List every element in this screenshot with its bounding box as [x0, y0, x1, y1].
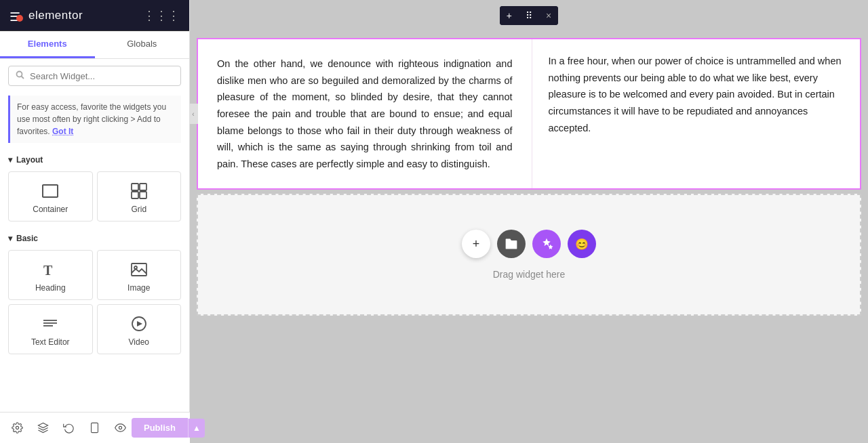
widget-container[interactable]: Container: [8, 171, 93, 222]
svg-point-0: [17, 72, 22, 77]
drop-zone-label: Drag widget here: [493, 269, 566, 280]
publish-area: Publish ▲: [132, 418, 205, 438]
layout-section-label: Layout: [16, 155, 43, 165]
toolbar-icons: [5, 417, 132, 440]
svg-point-21: [119, 426, 121, 429]
heading-icon: T: [41, 260, 60, 279]
tab-globals[interactable]: Globals: [95, 31, 190, 58]
grid-icon[interactable]: ⋮⋮⋮: [143, 8, 180, 23]
section-layout-header[interactable]: ▾ Layout: [0, 148, 189, 169]
publish-button[interactable]: Publish: [132, 418, 188, 438]
section-drop-zone[interactable]: + 😊 Drag widget here: [197, 194, 861, 316]
sidebar-logo-area: ☰ elementor: [9, 9, 83, 22]
video-label: Video: [129, 337, 149, 347]
layout-section-arrow: ▾: [8, 155, 12, 165]
image-icon: [130, 260, 149, 279]
publish-chevron-button[interactable]: ▲: [188, 419, 205, 438]
bottom-toolbar: Publish ▲: [0, 412, 190, 443]
sidebar: ☰ elementor ⋮⋮⋮ Elements Globals For eas…: [0, 0, 190, 443]
svg-rect-7: [132, 192, 138, 198]
container-icon: [41, 182, 60, 201]
app-logo-text: elementor: [28, 9, 83, 22]
widget-video[interactable]: Video: [97, 304, 182, 354]
settings-icon-btn[interactable]: [5, 417, 28, 440]
widget-grid[interactable]: Grid: [97, 171, 182, 222]
section-two-col: ‹ On the other hand, we denounce with ri…: [197, 38, 861, 190]
video-icon: [130, 314, 149, 333]
search-input[interactable]: [30, 71, 174, 81]
image-label: Image: [127, 283, 150, 293]
grid-label: Grid: [131, 205, 146, 214]
svg-line-1: [22, 77, 24, 79]
svg-text:T: T: [43, 263, 53, 278]
container-label: Container: [33, 205, 68, 214]
floating-toolbar: + ⠿ ×: [500, 6, 558, 25]
info-banner-text: For easy access, favorite the widgets yo…: [17, 102, 166, 136]
svg-point-17: [16, 426, 18, 429]
collapse-handle[interactable]: ‹: [190, 104, 198, 124]
svg-rect-5: [132, 184, 138, 190]
history-icon-btn[interactable]: [57, 417, 80, 440]
got-it-link[interactable]: Got It: [52, 127, 73, 136]
tab-elements[interactable]: Elements: [0, 31, 95, 58]
search-icon: [16, 70, 24, 81]
ft-close-button[interactable]: ×: [539, 6, 558, 25]
canvas-scroll: ‹ On the other hand, we denounce with ri…: [190, 0, 868, 443]
dz-folder-button[interactable]: [497, 230, 526, 258]
red-dot: [16, 15, 23, 22]
svg-rect-6: [140, 184, 146, 190]
layout-widget-grid: Container Grid: [0, 169, 189, 227]
basic-widget-grid: T Heading Image Text Editor Video: [0, 247, 189, 360]
sidebar-tabs: Elements Globals: [0, 31, 189, 59]
svg-marker-16: [137, 321, 142, 326]
grid-widget-icon: [130, 182, 149, 201]
text-editor-label: Text Editor: [31, 337, 70, 347]
widget-image[interactable]: Image: [97, 250, 182, 300]
svg-rect-10: [132, 263, 146, 276]
basic-section-arrow: ▾: [8, 234, 12, 243]
eye-icon-btn[interactable]: [108, 417, 132, 440]
col-text-left: On the other hand, we denounce with righ…: [198, 39, 532, 188]
ft-move-button[interactable]: ⠿: [519, 6, 539, 25]
basic-section-label: Basic: [16, 234, 38, 243]
canvas: + ⠿ × ‹ On the other hand, we denounce w…: [190, 0, 868, 443]
svg-rect-2: [43, 185, 58, 197]
search-input-wrap: [8, 66, 181, 86]
text-editor-icon: [41, 314, 60, 333]
heading-label: Heading: [35, 283, 66, 293]
svg-rect-19: [91, 423, 98, 432]
dz-magic-button[interactable]: [532, 230, 561, 258]
widget-heading[interactable]: T Heading: [8, 250, 93, 300]
svg-marker-18: [38, 423, 47, 427]
layers-icon-btn[interactable]: [31, 417, 54, 440]
dz-emoji-button[interactable]: 😊: [568, 230, 596, 258]
text-left-content: On the other hand, we denounce with righ…: [217, 56, 513, 172]
ft-add-button[interactable]: +: [500, 6, 519, 25]
widget-text-editor[interactable]: Text Editor: [8, 304, 93, 354]
info-banner: For easy access, favorite the widgets yo…: [8, 96, 181, 143]
dz-add-button[interactable]: +: [462, 230, 490, 258]
text-right-content: In a free hour, when our power of choice…: [549, 53, 844, 136]
drop-zone-buttons: + 😊: [462, 230, 596, 258]
responsive-icon-btn[interactable]: [83, 417, 106, 440]
col-text-right: In a free hour, when our power of choice…: [532, 39, 861, 188]
search-container: [0, 59, 189, 93]
svg-rect-8: [140, 192, 146, 198]
section-basic-header[interactable]: ▾ Basic: [0, 227, 189, 247]
sidebar-header: ☰ elementor ⋮⋮⋮: [0, 0, 189, 31]
